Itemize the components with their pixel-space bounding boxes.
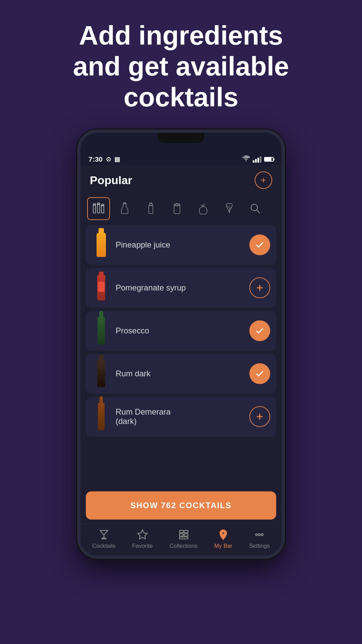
nav-label-cocktails: Cocktails <box>92 543 115 549</box>
nav-label-collections: Collections <box>170 543 197 549</box>
ingredients-list: Pineapple juice Pomegranate syrup <box>80 225 282 487</box>
app-content: Popular + <box>80 165 282 555</box>
ingredient-item: Rum dark <box>86 354 276 393</box>
nav-label-my-bar: My Bar <box>214 543 232 549</box>
toggle-prosecco[interactable] <box>249 320 270 341</box>
svg-rect-27 <box>184 534 188 536</box>
category-bottles[interactable] <box>139 197 162 220</box>
nav-my-bar[interactable]: My Bar <box>214 529 232 549</box>
ingredient-image-rum-dark <box>92 359 110 389</box>
ingredient-item: Pineapple juice <box>86 225 276 265</box>
status-left: 7:30 ⊙ ▤ <box>88 155 120 163</box>
clock: 7:30 <box>88 155 103 163</box>
svg-marker-23 <box>138 530 147 539</box>
category-mixers[interactable] <box>166 197 188 220</box>
nav-collections[interactable]: Collections <box>170 529 197 549</box>
svg-rect-28 <box>179 537 188 539</box>
nav-label-favorite: Favorite <box>132 543 153 549</box>
nav-label-settings: Settings <box>249 543 269 549</box>
plus-icon: + <box>261 175 266 185</box>
app-header: Popular + <box>80 165 282 194</box>
svg-point-17 <box>251 204 257 211</box>
status-right <box>242 156 274 163</box>
ingredient-item: Pomegranate syrup <box>86 268 276 308</box>
svg-rect-0 <box>93 205 96 213</box>
ingredient-name-pineapple-juice: Pineapple juice <box>116 240 244 250</box>
phone-notch <box>158 133 204 143</box>
toggle-rum-dark[interactable] <box>249 363 270 384</box>
svg-rect-2 <box>97 204 100 213</box>
category-search[interactable] <box>244 197 267 220</box>
toggle-pomegranate-syrup[interactable] <box>249 277 270 298</box>
nav-settings[interactable]: Settings <box>249 529 269 549</box>
hero-title: Add ingredients and get available cockta… <box>0 0 362 126</box>
svg-rect-10 <box>149 205 153 214</box>
collections-icon <box>178 529 190 541</box>
ingredient-name-prosecco: Prosecco <box>116 326 244 335</box>
ingredient-name-rum-dark: Rum dark <box>116 369 244 378</box>
add-ingredient-button[interactable]: + <box>255 171 272 189</box>
cocktails-icon <box>98 529 110 541</box>
svg-point-31 <box>261 534 263 536</box>
category-spirits[interactable] <box>113 197 136 220</box>
ingredient-name-rum-demerara: Rum Demerara (dark) <box>116 407 244 426</box>
svg-rect-5 <box>102 204 104 206</box>
nav-cocktails[interactable]: Cocktails <box>92 529 115 549</box>
settings-icon <box>253 529 265 541</box>
category-all-bottles[interactable] <box>87 197 110 220</box>
signal-icon <box>253 156 261 163</box>
toggle-pineapple-juice[interactable] <box>249 234 270 255</box>
svg-point-30 <box>256 534 258 536</box>
notch-area <box>80 133 282 151</box>
ingredient-item: Prosecco <box>86 311 276 351</box>
show-cocktails-button[interactable]: SHOW 762 COCKTAILS <box>86 491 276 520</box>
svg-rect-24 <box>179 530 183 533</box>
svg-line-18 <box>257 210 260 213</box>
ingredient-image-pineapple-juice <box>92 230 110 260</box>
ingredient-image-prosecco <box>92 316 110 346</box>
status-bar: 7:30 ⊙ ▤ <box>80 151 282 165</box>
svg-rect-25 <box>179 534 183 536</box>
ingredient-image-rum-demerara <box>92 401 110 432</box>
phone-mockup: 7:30 ⊙ ▤ <box>77 129 285 559</box>
svg-rect-4 <box>102 205 104 213</box>
category-bar <box>80 194 282 225</box>
sd-icon: ▤ <box>114 156 120 163</box>
svg-rect-26 <box>184 530 188 533</box>
ingredient-item: Rum Demerara (dark) <box>86 397 276 436</box>
ingredient-image-pomegranate-syrup <box>92 273 110 303</box>
svg-point-29 <box>258 534 260 536</box>
category-herbs[interactable] <box>218 197 241 220</box>
favorite-icon <box>136 529 148 541</box>
circle-icon: ⊙ <box>106 156 111 163</box>
svg-rect-1 <box>93 204 96 205</box>
ingredient-name-pomegranate-syrup: Pomegranate syrup <box>116 283 244 292</box>
battery-icon <box>264 157 274 162</box>
category-fruits[interactable] <box>192 197 215 220</box>
toggle-rum-demerara[interactable] <box>249 406 270 427</box>
svg-rect-3 <box>97 203 100 204</box>
wifi-icon <box>242 156 250 163</box>
bottom-nav: Cocktails Favorite <box>80 524 282 555</box>
app-title: Popular <box>90 174 132 187</box>
my-bar-icon <box>217 529 229 541</box>
nav-favorite[interactable]: Favorite <box>132 529 153 549</box>
